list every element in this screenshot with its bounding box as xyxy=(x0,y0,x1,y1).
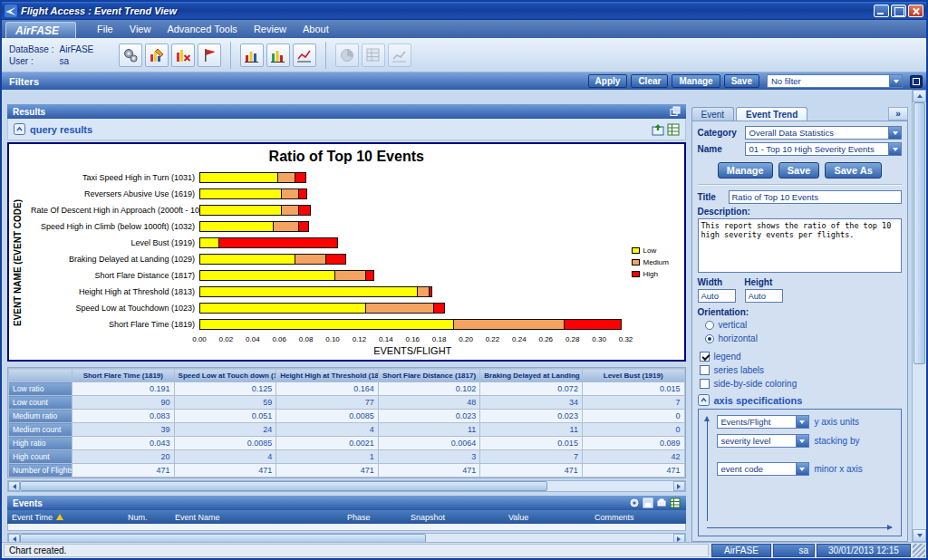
table-column-header[interactable]: Short Flare Distance (1817) xyxy=(378,369,480,382)
table-column-header[interactable]: Level Bust (1919) xyxy=(582,369,684,382)
table-column-header[interactable]: Speed Low at Touch down (1023) xyxy=(174,369,276,382)
chart-bar-segment-low xyxy=(199,237,219,248)
events-settings-icon[interactable] xyxy=(629,497,640,508)
chart-bar-row: Level Bust (1919) xyxy=(31,235,626,251)
scroll-left-icon[interactable] xyxy=(8,481,20,491)
menu-review[interactable]: Review xyxy=(246,24,295,34)
manage-button[interactable]: Manage xyxy=(718,162,773,179)
x-tick-label: 0.04 xyxy=(246,335,260,343)
scroll-right-icon[interactable] xyxy=(673,481,685,491)
stacking-by-select[interactable]: severity level xyxy=(717,434,809,448)
chevron-down-icon xyxy=(888,143,901,155)
orientation-vertical-radio[interactable]: vertical xyxy=(705,320,903,330)
events-col-phase[interactable]: Phase xyxy=(343,513,406,522)
save-as-button[interactable]: Save As xyxy=(825,162,881,179)
grid-report-button[interactable] xyxy=(362,43,385,67)
events-col-num[interactable]: Num. xyxy=(123,513,170,522)
line-chart-button[interactable] xyxy=(293,43,316,67)
clear-filter-button[interactable]: Clear xyxy=(631,74,668,88)
stacked-chart-button[interactable] xyxy=(266,43,290,67)
chart-bar-row: Height High at Threshold (1813) xyxy=(31,284,626,300)
delete-chart-button[interactable] xyxy=(171,43,195,67)
export-chart-icon[interactable] xyxy=(652,123,664,136)
events-col-value[interactable]: Value xyxy=(504,513,590,522)
chart-bar-segment-medium xyxy=(366,303,434,314)
chart-bar-segment-high xyxy=(430,286,432,297)
vertical-scrollbar[interactable] xyxy=(912,90,926,542)
events-print-icon[interactable] xyxy=(656,497,667,508)
table-cell: 471 xyxy=(174,464,276,478)
events-col-event-name[interactable]: Event Name xyxy=(170,513,343,522)
menu-view[interactable]: View xyxy=(121,24,160,34)
scroll-up-icon[interactable] xyxy=(913,90,926,102)
chart-bar-row: Short Flare Time (1819) xyxy=(31,316,626,333)
report-title-input[interactable] xyxy=(729,190,903,204)
table-column-header[interactable]: Height High at Threshold (1813) xyxy=(276,369,379,382)
scroll-down-icon[interactable] xyxy=(913,529,926,542)
series-labels-checkbox[interactable]: series labels xyxy=(700,365,903,375)
description-textarea[interactable]: This report shows the ratio of the top 1… xyxy=(698,218,903,273)
trend-chart-button[interactable] xyxy=(388,43,411,67)
side-by-side-coloring-checkbox[interactable]: side-by-side coloring xyxy=(700,379,903,389)
table-cell: 471 xyxy=(276,464,379,478)
resize-grip[interactable] xyxy=(913,544,925,557)
menu-about[interactable]: About xyxy=(295,24,337,34)
manage-filter-button[interactable]: Manage xyxy=(672,74,720,88)
y-axis-units-label: y axis units xyxy=(815,417,859,427)
save-button[interactable]: Save xyxy=(778,162,820,179)
events-horizontal-scrollbar[interactable] xyxy=(7,533,686,542)
edit-chart-button[interactable] xyxy=(145,43,169,67)
height-label: Height xyxy=(744,277,772,287)
collapse-section-icon[interactable] xyxy=(14,123,25,135)
legend-checkbox[interactable]: legend xyxy=(700,352,903,362)
export-excel-icon[interactable] xyxy=(667,123,680,136)
table-cell: 0.0085 xyxy=(174,437,276,450)
pie-chart-button[interactable] xyxy=(335,43,359,67)
menu-advanced-tools[interactable]: Advanced Tools xyxy=(159,24,245,34)
scroll-left-icon[interactable] xyxy=(8,534,20,542)
report-name-select[interactable]: 01 - Top 10 High Severity Events xyxy=(745,142,903,156)
category-select[interactable]: Overall Data Statistics xyxy=(745,126,903,140)
table-row: Medium ratio0.0830.0510.00850.0230.0230 xyxy=(9,410,685,423)
table-column-header[interactable]: Short Flare Time (1819) xyxy=(72,369,175,382)
minor-x-axis-select[interactable]: event code xyxy=(717,462,809,476)
tab-event[interactable]: Event xyxy=(691,107,735,121)
minimize-button[interactable] xyxy=(874,5,889,17)
save-filter-button[interactable]: Save xyxy=(724,74,759,88)
events-col-comments[interactable]: Comments xyxy=(590,513,686,522)
events-excel-icon[interactable] xyxy=(670,497,681,508)
orientation-horizontal-radio[interactable]: horizontal xyxy=(705,333,903,343)
height-input[interactable] xyxy=(745,289,783,303)
table-cell: 4 xyxy=(276,423,379,437)
close-button[interactable] xyxy=(908,5,923,17)
table-corner-header[interactable] xyxy=(9,369,72,382)
scrollbar-thumb[interactable] xyxy=(914,102,925,364)
filter-panel-icon[interactable] xyxy=(910,75,923,88)
menu-file[interactable]: File xyxy=(89,24,121,34)
table-cell: 7 xyxy=(480,450,583,464)
table-column-header[interactable]: Braking Delayed at Landing (1029) xyxy=(480,369,583,382)
y-axis-units-select[interactable]: Events/Flight xyxy=(717,415,809,429)
filter-select[interactable]: No filter xyxy=(767,74,903,88)
events-col-event-time[interactable]: Event Time xyxy=(7,513,123,522)
bar-chart-button[interactable] xyxy=(240,43,264,67)
scroll-right-icon[interactable] xyxy=(673,534,685,542)
more-tabs-button[interactable]: » xyxy=(888,107,908,121)
collapse-axis-section-icon[interactable] xyxy=(698,394,710,406)
width-input[interactable] xyxy=(698,289,736,303)
table-horizontal-scrollbar[interactable] xyxy=(7,480,686,492)
scrollbar-thumb[interactable] xyxy=(20,534,426,542)
events-save-icon[interactable] xyxy=(643,497,653,508)
table-cell: 42 xyxy=(582,450,684,464)
flag-button[interactable] xyxy=(198,43,221,67)
events-col-snapshot[interactable]: Snapshot xyxy=(406,513,504,522)
tab-event-trend[interactable]: Event Trend xyxy=(736,107,807,121)
legend-entry: Medium xyxy=(632,258,681,266)
settings-button[interactable] xyxy=(119,43,142,67)
collapse-results-icon[interactable] xyxy=(670,106,681,117)
app-icon xyxy=(5,5,17,17)
table-cell: 0.102 xyxy=(378,382,480,396)
apply-filter-button[interactable]: Apply xyxy=(588,74,628,88)
maximize-button[interactable] xyxy=(891,5,906,17)
scrollbar-thumb[interactable] xyxy=(20,481,547,491)
